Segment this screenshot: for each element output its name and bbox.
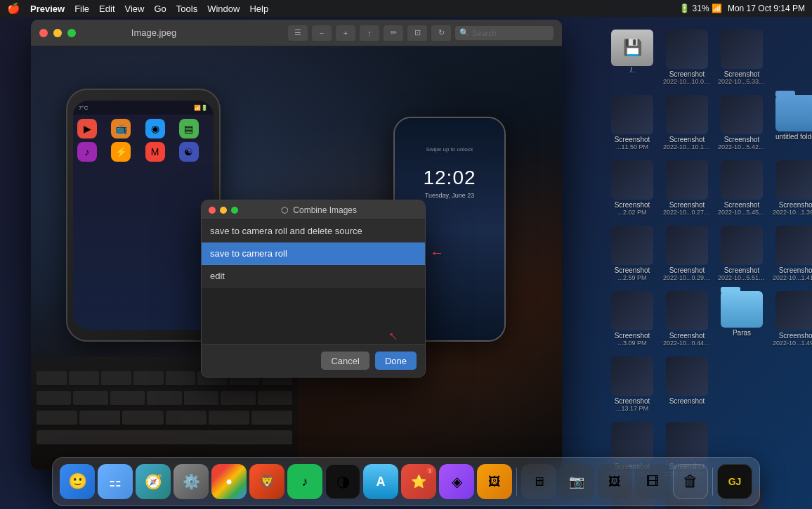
- desktop-item-ss7[interactable]: Screenshot 2022-10...0.27 PM: [663, 157, 711, 219]
- dock-app-notification[interactable]: ⭐ 1: [401, 464, 436, 499]
- desktop-item-ss8[interactable]: Screenshot 2022-10...5.45 PM: [718, 157, 766, 219]
- dock-safari[interactable]: 🧭: [136, 464, 171, 499]
- desktop-item-ss17[interactable]: Screenshot ...13.17 PM: [608, 354, 656, 415]
- screenshot-date: 2022-10...0.44 PM: [663, 340, 711, 347]
- screenshot-icon: [611, 291, 653, 330]
- dock-app-photo[interactable]: 🖼: [597, 464, 632, 499]
- dock-trash[interactable]: 🗑: [673, 464, 708, 499]
- combine-images-dialog: ⬡ Combine Images save to camera roll and…: [201, 200, 426, 378]
- desktop-item-ss6[interactable]: Screenshot ...2.02 PM: [608, 157, 656, 219]
- screenshot-date: 2022-10...1.39 PM: [773, 209, 812, 216]
- dialog-close-button[interactable]: [209, 207, 216, 214]
- preview-background: 7°C📶🔋 ▶ 📺 ◉ ▤ ♪ ⚡ M ☯: [31, 46, 562, 470]
- dialog-done-button[interactable]: Done: [375, 352, 417, 370]
- dock-chrome[interactable]: ●: [211, 464, 247, 499]
- desktop-item-hdd[interactable]: 💾 /.: [608, 27, 656, 88]
- toolbar-zoom-in-btn[interactable]: +: [336, 25, 355, 41]
- camera-icon: 📷: [569, 474, 584, 489]
- toolbar-sidebar-btn[interactable]: ☰: [288, 25, 308, 41]
- menubar-right: 🔋 31% 📶 Mon 17 Oct 9:14 PM: [679, 4, 805, 13]
- screenshot-label: Screenshot: [779, 201, 812, 209]
- safari-icon: 🧭: [145, 473, 162, 490]
- gj-logo-icon: GJ: [728, 476, 742, 487]
- dock-preview[interactable]: 🖼: [477, 464, 512, 499]
- desktop-row-5: Screenshot ...3.09 PM Screenshot 2022-10…: [608, 288, 805, 349]
- dock-appstore[interactable]: A: [363, 464, 398, 499]
- toolbar-share-btn[interactable]: ↑: [360, 25, 379, 41]
- desktop-item-ss13[interactable]: Screenshot 2022-10...1.41 PM: [773, 223, 812, 284]
- dock-spotify[interactable]: ♪: [287, 464, 322, 499]
- screenshot-label: Screenshot: [669, 266, 705, 274]
- screenshot-icon: [666, 226, 708, 265]
- screenshot-icon: [611, 95, 653, 134]
- dock-app-dark[interactable]: ◑: [325, 464, 360, 499]
- menu-app-name[interactable]: Preview: [30, 4, 65, 14]
- dialog-item-save-delete[interactable]: save to camera roll and delete source: [202, 220, 425, 243]
- dock-gj-logo[interactable]: GJ: [717, 464, 752, 499]
- desktop-item-ss16[interactable]: Screenshot 2022-10...1.49 PM: [773, 288, 812, 349]
- spotify-icon: ♪: [302, 475, 308, 489]
- desktop-row-4: Screenshot ...2.59 PM Screenshot 2022-10…: [608, 223, 805, 284]
- trash-icon: 🗑: [683, 472, 698, 491]
- screenshot-date: 2022-10...1.49 PM: [773, 340, 812, 347]
- desktop-item-ss1[interactable]: Screenshot 2022-10...10.01 PM: [663, 27, 711, 88]
- desktop-item-ss2[interactable]: Screenshot 2022-10...5.33 PM: [718, 27, 766, 88]
- dock-app-monitor[interactable]: 🖥: [521, 464, 556, 499]
- menu-window[interactable]: Window: [207, 4, 240, 14]
- toolbar-size-btn[interactable]: ⊡: [407, 25, 427, 41]
- dock-app-misc[interactable]: 🎞: [635, 464, 670, 499]
- desktop-item-ss18[interactable]: Screenshot: [663, 354, 711, 415]
- desktop-item-ss4[interactable]: Screenshot 2022-10...10.17 PM: [663, 92, 711, 153]
- screenshot-label: Screenshot: [615, 136, 650, 143]
- desktop-item-folder1[interactable]: untitled folder: [773, 92, 812, 153]
- dialog-footer: Cancel Done: [202, 344, 425, 377]
- dialog-item-edit[interactable]: edit: [202, 265, 425, 288]
- dialog-cancel-button[interactable]: Cancel: [321, 352, 369, 370]
- screenshot-label: Screenshot: [724, 136, 760, 143]
- menu-edit[interactable]: Edit: [99, 4, 114, 14]
- toolbar-zoom-out-btn[interactable]: −: [312, 25, 332, 41]
- screenshot-date: 2022-10...5.51 PM: [718, 274, 766, 281]
- menu-view[interactable]: View: [125, 4, 145, 14]
- dock-brave[interactable]: 🦁: [249, 464, 284, 499]
- screenshot-date: 2022-10...10.17 PM: [663, 143, 711, 150]
- menu-file[interactable]: File: [74, 4, 89, 14]
- menu-go[interactable]: Go: [154, 4, 166, 14]
- folder-icon: [775, 95, 812, 131]
- preview-image-area: 7°C📶🔋 ▶ 📺 ◉ ▤ ♪ ⚡ M ☯: [31, 46, 562, 470]
- desktop-item-ss14[interactable]: Screenshot ...3.09 PM: [608, 288, 656, 349]
- apple-menu[interactable]: 🍎: [7, 2, 20, 15]
- dock-app-camera[interactable]: 📷: [559, 464, 594, 499]
- desktop-item-ss10[interactable]: Screenshot ...2.59 PM: [608, 223, 656, 284]
- menu-tools[interactable]: Tools: [176, 4, 197, 14]
- desktop-item-ss15[interactable]: Screenshot 2022-10...0.44 PM: [663, 288, 711, 349]
- toolbar-rotate-btn[interactable]: ↻: [431, 25, 451, 41]
- desktop-item-ss9[interactable]: Screenshot 2022-10...1.39 PM: [773, 157, 812, 219]
- toolbar-search[interactable]: 🔍 Search: [455, 26, 554, 40]
- desktop-item-ss3[interactable]: Screenshot ...11.50 PM: [608, 92, 656, 153]
- screenshot-date: 2022-10...1.41 PM: [773, 274, 812, 281]
- screenshot-icon: [666, 422, 708, 461]
- desktop-item-ss12[interactable]: Screenshot 2022-10...5.51 PM: [718, 223, 766, 284]
- screenshot-icon: [666, 291, 708, 330]
- appstore-icon: A: [376, 475, 386, 489]
- screenshot-date: ...2.02 PM: [617, 209, 646, 216]
- menu-help[interactable]: Help: [249, 4, 268, 14]
- dock-finder[interactable]: 🙂: [60, 464, 95, 499]
- screenshot-date: ...3.09 PM: [617, 340, 646, 347]
- screenshot-icon: [721, 160, 763, 200]
- desktop-item-ss5[interactable]: Screenshot 2022-10...5.42 PM: [718, 92, 766, 153]
- toolbar-markup-btn[interactable]: ✏: [384, 25, 403, 41]
- screenshot-icon: [611, 356, 653, 396]
- notification-badge: 1: [426, 467, 433, 474]
- desktop-item-folder-paras[interactable]: Paras: [718, 288, 766, 349]
- screenshot-label: Screenshot: [724, 201, 760, 209]
- dock-app-purple[interactable]: ◈: [439, 464, 474, 499]
- dock-launchpad[interactable]: ⚏: [98, 464, 133, 499]
- preview-window-title: Image.jpeg: [31, 27, 282, 38]
- desktop-item-ss11[interactable]: Screenshot 2022-10...0.29 PM: [663, 223, 711, 284]
- red-arrow-left: ←: [430, 245, 444, 261]
- dialog-item-save-camera[interactable]: save to camera roll: [202, 243, 425, 265]
- dock-system-preferences[interactable]: ⚙️: [173, 464, 209, 499]
- launchpad-icon: ⚏: [109, 473, 122, 490]
